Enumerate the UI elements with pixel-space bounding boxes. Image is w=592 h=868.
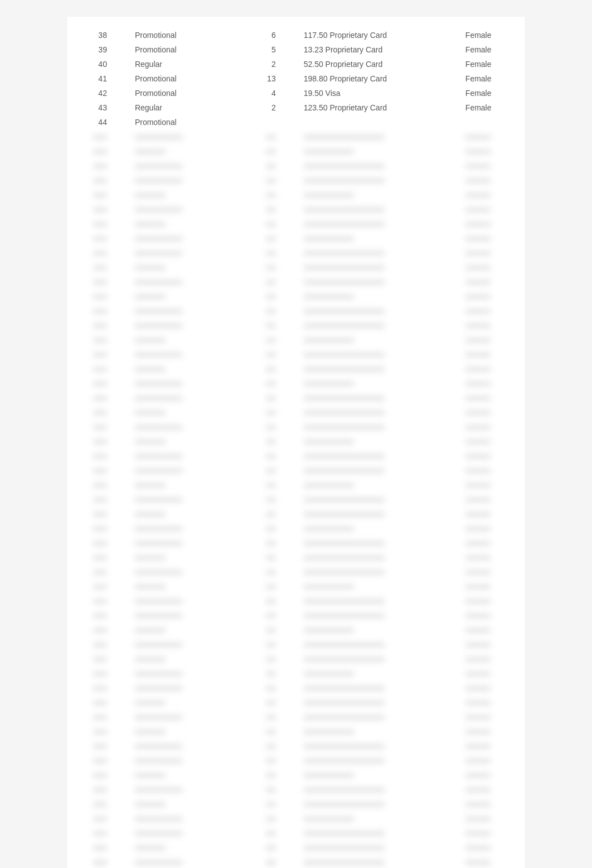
row-qty: [236, 724, 293, 739]
table-row: [67, 652, 525, 666]
row-type: [124, 144, 236, 158]
row-qty: [236, 405, 293, 419]
row-id: [67, 376, 124, 390]
row-type: [124, 521, 236, 536]
table-row: 44 Promotional: [67, 115, 525, 129]
table-row: [67, 405, 525, 419]
table-row: [67, 608, 525, 623]
row-qty: 5: [236, 42, 293, 57]
row-payment: [293, 666, 454, 681]
row-payment: [293, 855, 454, 868]
row-payment: 19.50 Visa: [293, 86, 454, 100]
row-qty: [236, 739, 293, 753]
row-gender: [454, 768, 525, 782]
row-payment: [293, 710, 454, 724]
row-id: 40: [67, 57, 124, 71]
table-row: [67, 434, 525, 449]
row-qty: [236, 608, 293, 623]
row-qty: [236, 710, 293, 724]
row-payment: [293, 782, 454, 797]
row-qty: [236, 332, 293, 347]
table-row: [67, 681, 525, 695]
row-payment: [293, 652, 454, 666]
row-gender: [454, 623, 525, 637]
row-type: [124, 449, 236, 463]
table-row: [67, 521, 525, 536]
table-row: 42 Promotional 4 19.50 Visa Female: [67, 86, 525, 100]
row-qty: [236, 390, 293, 405]
row-qty: [236, 507, 293, 521]
row-type: [124, 434, 236, 449]
row-gender: Female: [454, 86, 525, 100]
row-gender: [454, 652, 525, 666]
table-row: [67, 753, 525, 768]
row-qty: 13: [236, 71, 293, 86]
row-qty: [236, 666, 293, 681]
row-id: [67, 274, 124, 289]
row-type: [124, 390, 236, 405]
row-qty: [236, 419, 293, 434]
row-payment: 52.50 Proprietary Card: [293, 57, 454, 71]
row-payment: [293, 187, 454, 202]
row-payment: [293, 565, 454, 579]
row-id: [67, 449, 124, 463]
row-payment: [293, 202, 454, 216]
row-qty: [236, 449, 293, 463]
row-qty: [236, 536, 293, 550]
row-payment: [293, 478, 454, 492]
row-qty: [236, 579, 293, 594]
row-type: [124, 376, 236, 390]
table-row: [67, 565, 525, 579]
row-type: Promotional: [124, 42, 236, 57]
row-gender: [454, 129, 525, 144]
row-qty: [236, 361, 293, 376]
row-type: [124, 274, 236, 289]
row-type: [124, 550, 236, 565]
row-id: [67, 724, 124, 739]
row-id: [67, 347, 124, 361]
row-payment: [293, 115, 454, 129]
row-qty: [236, 289, 293, 303]
row-payment: [293, 260, 454, 274]
row-payment: [293, 507, 454, 521]
row-payment: [293, 463, 454, 478]
row-payment: [293, 231, 454, 245]
row-gender: [454, 608, 525, 623]
row-payment: [293, 768, 454, 782]
row-qty: [236, 695, 293, 710]
row-type: [124, 332, 236, 347]
row-qty: [236, 187, 293, 202]
row-qty: [236, 129, 293, 144]
row-type: Promotional: [124, 86, 236, 100]
row-id: [67, 144, 124, 158]
table-row: 38 Promotional 6 117.50 Proprietary Card…: [67, 28, 525, 42]
row-qty: [236, 158, 293, 173]
row-qty: [236, 303, 293, 318]
table-row: [67, 173, 525, 187]
row-qty: [236, 521, 293, 536]
table-row: [67, 724, 525, 739]
row-gender: [454, 840, 525, 855]
row-gender: [454, 318, 525, 332]
row-type: [124, 216, 236, 231]
row-id: [67, 361, 124, 376]
row-id: [67, 463, 124, 478]
row-gender: [454, 637, 525, 652]
row-qty: [236, 492, 293, 507]
row-type: [124, 724, 236, 739]
row-qty: [236, 376, 293, 390]
row-qty: [236, 623, 293, 637]
row-type: [124, 855, 236, 868]
row-type: [124, 565, 236, 579]
row-qty: [236, 637, 293, 652]
table-row: [67, 449, 525, 463]
row-qty: 6: [236, 28, 293, 42]
row-type: [124, 318, 236, 332]
row-qty: [236, 478, 293, 492]
row-gender: [454, 521, 525, 536]
row-id: [67, 594, 124, 608]
table-row: [67, 144, 525, 158]
row-id: [67, 492, 124, 507]
row-gender: [454, 579, 525, 594]
row-id: [67, 390, 124, 405]
